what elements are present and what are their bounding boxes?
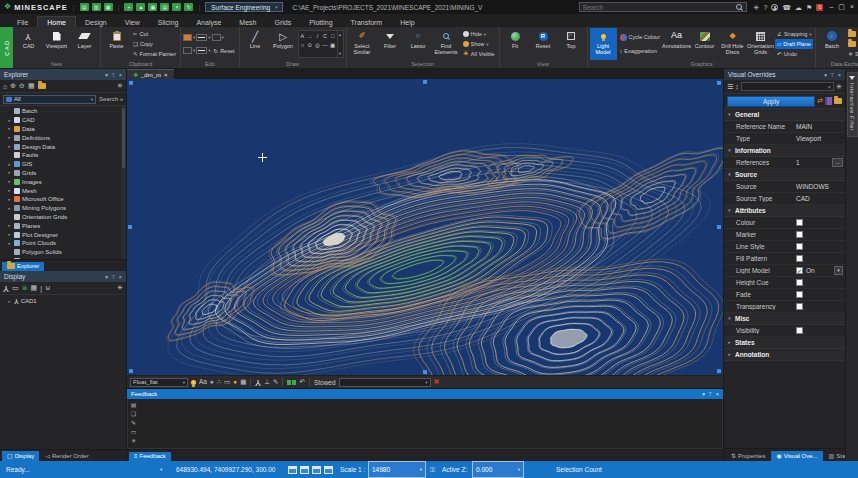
folder-icon[interactable] <box>834 98 842 104</box>
drill-hole-discs-button[interactable]: ◆Drill Hole Discs <box>719 28 746 60</box>
tree-item[interactable]: ▸Qualities <box>0 257 126 259</box>
property-category-general[interactable]: ▾General <box>724 109 845 121</box>
viewport-handle[interactable] <box>129 81 133 85</box>
quick-access-window-icon[interactable]: ▥ <box>92 3 101 11</box>
tree-item[interactable]: Orientation Grids <box>0 213 126 222</box>
expand-arrow-icon[interactable]: ▸ <box>7 162 12 167</box>
clear-icon[interactable]: ▭ <box>131 428 137 435</box>
log-icon[interactable]: ▤ <box>131 401 137 408</box>
draft-plane-button[interactable]: ▱Draft Plane <box>775 39 813 49</box>
checkbox[interactable] <box>796 219 803 226</box>
split-view-icon[interactable] <box>300 466 309 474</box>
property-category-annotation[interactable]: ▸Annotation <box>724 349 845 361</box>
menu-tab-grids[interactable]: Grids <box>265 17 300 27</box>
property-text-value[interactable]: WINDOWS <box>796 183 829 190</box>
viewport-canvas[interactable] <box>127 79 723 375</box>
edit-axes-icon[interactable]: ✎ <box>273 379 278 386</box>
tree-item[interactable]: ▸Microsoft Office <box>0 195 126 204</box>
tree-item[interactable]: ▸Grids <box>0 169 126 178</box>
find-elements-button[interactable]: Find Elements <box>433 28 460 60</box>
home-icon[interactable]: ⌂ <box>3 83 7 90</box>
tab-display[interactable]: ▢Display <box>2 451 39 461</box>
cad-axes-icon[interactable]: Y <box>3 284 9 293</box>
contour-button[interactable]: Contour <box>691 28 718 60</box>
copy-icon[interactable]: ❏ <box>131 410 136 417</box>
checkbox[interactable] <box>796 255 803 262</box>
layout-panes-icon[interactable] <box>287 380 296 385</box>
quick-access-new-icon[interactable]: + <box>124 3 133 11</box>
stack-icon[interactable]: ≣ <box>22 284 28 292</box>
minimize-button[interactable]: – <box>829 3 833 11</box>
tree-item[interactable]: Polygon Solids <box>0 248 126 257</box>
clear-search-icon[interactable]: × <box>828 84 832 90</box>
float-mode-dropdown[interactable]: Float_flat▾ <box>130 378 188 387</box>
gallery-scroll[interactable]: ▲▼ <box>337 31 343 57</box>
delete-stowed-icon[interactable]: ✖ <box>434 378 440 386</box>
fit-button[interactable]: Fit <box>502 28 529 60</box>
tab-feedback[interactable]: ≡Feedback <box>129 452 171 461</box>
menu-tab-file[interactable]: File <box>8 17 37 27</box>
property-text-value[interactable]: Viewport <box>796 135 821 142</box>
settings-button[interactable]: ✳Settings <box>846 49 858 59</box>
expand-all-icon[interactable]: ⊕ <box>10 82 16 90</box>
search-input[interactable] <box>583 3 733 12</box>
menu-tab-home[interactable]: Home <box>37 16 76 27</box>
tree-item[interactable]: ▸Planes <box>0 221 126 230</box>
flag-icon[interactable]: ⚑ <box>806 4 812 11</box>
tree-item[interactable]: Batch <box>0 107 126 116</box>
close-icon[interactable]: × <box>716 391 719 397</box>
checkbox[interactable] <box>796 279 803 286</box>
checkbox[interactable] <box>796 291 803 298</box>
viewport-handle[interactable] <box>423 370 427 374</box>
property-text-value[interactable]: CAD <box>796 195 810 202</box>
probe-icon[interactable]: ⊍ <box>45 284 50 292</box>
tree-item[interactable]: ▸Data <box>0 125 126 134</box>
property-search-box[interactable]: × <box>741 82 834 91</box>
explorer-scrollbar[interactable] <box>121 106 126 259</box>
menu-tab-plotting[interactable]: Plotting <box>300 17 341 27</box>
tab-render-order[interactable]: ◅Render Order <box>40 451 93 461</box>
cycle-colour-button[interactable]: Cycle Colour <box>618 32 662 42</box>
menu-tab-analyse[interactable]: Analyse <box>187 17 230 27</box>
expand-arrow-icon[interactable]: ▸ <box>7 135 12 140</box>
quick-access-window-icon[interactable]: ▤ <box>80 3 89 11</box>
viewport-handle[interactable] <box>129 369 133 373</box>
expand-arrow-icon[interactable]: ▸ <box>7 118 12 123</box>
orientation-grids-button[interactable]: Orientation Grids <box>747 28 774 60</box>
explorer-search-toggle[interactable]: Search » <box>99 96 123 102</box>
hide-button[interactable]: Hide▾ <box>461 29 497 39</box>
gear-icon[interactable]: ✳ <box>836 83 842 91</box>
tree-item[interactable]: ▸Design Data <box>0 142 126 151</box>
exaggeration-button[interactable]: ↕Exaggeration <box>618 46 662 56</box>
folder-icon[interactable] <box>38 83 46 89</box>
expand-arrow-icon[interactable]: ▸ <box>7 241 12 246</box>
checkbox[interactable] <box>796 231 803 238</box>
filter-button[interactable]: Filter <box>377 28 404 60</box>
close-icon[interactable]: × <box>838 72 841 78</box>
screen-icon[interactable]: ▭ <box>224 379 230 386</box>
annotations-button[interactable]: AaAnnotations <box>663 28 690 60</box>
viewport-handle[interactable] <box>717 225 721 229</box>
close-icon[interactable]: × <box>119 274 122 280</box>
menu-tab-design[interactable]: Design <box>76 17 116 27</box>
line-style-picker[interactable] <box>196 34 207 41</box>
plane-icon[interactable]: ⊥ <box>264 379 270 386</box>
expand-arrow-icon[interactable]: ▸ <box>7 258 12 259</box>
display-tree-item-cad1[interactable]: ▸ Y CAD1 <box>0 297 126 306</box>
tab-visual-ove-[interactable]: ◉Visual Ove... <box>771 451 822 461</box>
copy-button[interactable]: ❏Copy <box>131 39 178 49</box>
property-row[interactable]: Fade <box>724 289 845 301</box>
property-row[interactable]: Line Style <box>724 241 845 253</box>
viewport-handle[interactable] <box>717 369 721 373</box>
expand-arrow-icon[interactable]: ▸ <box>7 223 12 228</box>
viewport-handle[interactable] <box>717 81 721 85</box>
explorer-filter-dropdown[interactable]: All ▾ <box>3 95 96 104</box>
expand-arrow-icon[interactable]: ▸ <box>7 197 12 202</box>
tree-item[interactable]: ▸Mesh <box>0 186 126 195</box>
account-icon[interactable] <box>771 4 778 11</box>
property-row[interactable]: Visibility <box>724 325 845 337</box>
polygon-button[interactable]: ▷Polygon <box>270 28 297 60</box>
panel-menu-icon[interactable]: ▾ <box>824 72 827 78</box>
property-text-value[interactable]: MAIN <box>796 123 812 130</box>
edit-icon[interactable]: ✎ <box>131 419 136 426</box>
